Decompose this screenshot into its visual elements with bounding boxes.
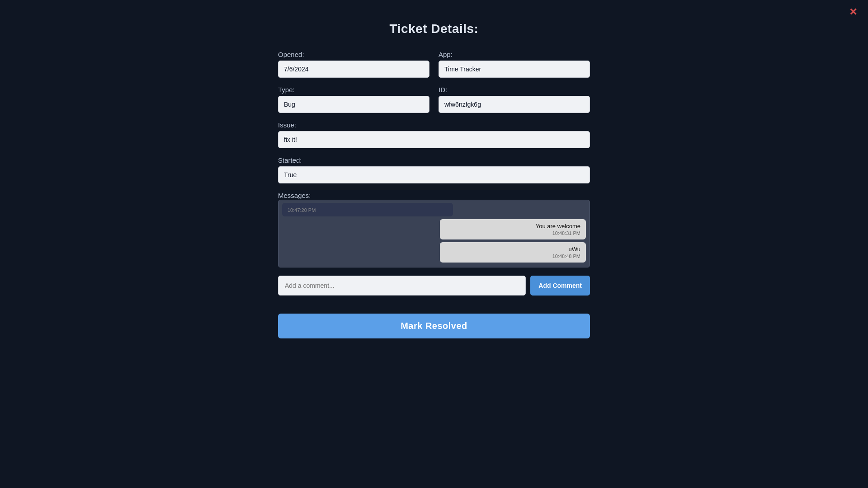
- message-item: uWu 10:48:48 PM: [440, 242, 586, 263]
- message-time: 10:48:31 PM: [445, 230, 580, 236]
- messages-section: Messages: 10:47:20 PM You are welcome 10…: [278, 192, 590, 267]
- started-value: True: [278, 166, 590, 183]
- issue-field: Issue: fix it!: [278, 121, 590, 148]
- type-label: Type:: [278, 86, 429, 94]
- comment-row: Add Comment: [278, 276, 590, 296]
- issue-label: Issue:: [278, 121, 590, 129]
- message-item: You are welcome 10:48:31 PM: [440, 219, 586, 239]
- opened-field: Opened: 7/6/2024: [278, 51, 429, 78]
- messages-label: Messages:: [278, 192, 311, 199]
- id-value: wfw6nzfgk6g: [439, 96, 590, 113]
- started-field: Started: True: [278, 156, 590, 183]
- messages-box[interactable]: 10:47:20 PM You are welcome 10:48:31 PM …: [278, 200, 590, 267]
- app-field: App: Time Tracker: [439, 51, 590, 78]
- opened-app-row: Opened: 7/6/2024 App: Time Tracker: [278, 51, 590, 78]
- type-field: Type: Bug: [278, 86, 429, 113]
- app-label: App:: [439, 51, 590, 58]
- message-time: 10:48:48 PM: [445, 253, 580, 259]
- add-comment-button[interactable]: Add Comment: [530, 276, 590, 296]
- id-label: ID:: [439, 86, 590, 94]
- page-title: Ticket Details:: [0, 0, 868, 51]
- message-text: uWu: [445, 246, 580, 253]
- started-label: Started:: [278, 156, 590, 164]
- app-value: Time Tracker: [439, 61, 590, 78]
- opened-value: 7/6/2024: [278, 61, 429, 78]
- message-item: 10:47:20 PM: [282, 203, 453, 216]
- type-value: Bug: [278, 96, 429, 113]
- type-id-row: Type: Bug ID: wfw6nzfgk6g: [278, 86, 590, 113]
- message-time: 10:47:20 PM: [288, 207, 448, 213]
- close-button[interactable]: ✕: [849, 7, 857, 17]
- message-text: You are welcome: [445, 223, 580, 230]
- form-container: Opened: 7/6/2024 App: Time Tracker Type:…: [278, 51, 590, 338]
- issue-value: fix it!: [278, 131, 590, 148]
- id-field: ID: wfw6nzfgk6g: [439, 86, 590, 113]
- mark-resolved-button[interactable]: Mark Resolved: [278, 314, 590, 338]
- opened-label: Opened:: [278, 51, 429, 58]
- comment-input[interactable]: [278, 276, 526, 296]
